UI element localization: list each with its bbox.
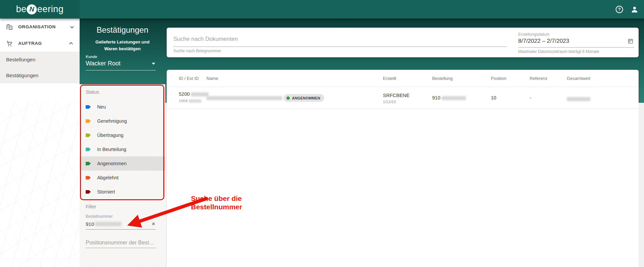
filter-column: Bestätigungen Gelieferte Leistungen und …: [80, 19, 165, 267]
page-title: Bestätigungen: [80, 25, 165, 35]
row-referenz: -: [530, 95, 531, 100]
page-subtitle: Gelieferte Leistungen und Waren bestätig…: [92, 39, 152, 52]
app-root: beNeering ? ORGANISATION AUFTR: [0, 0, 644, 267]
app-bar: beNeering ?: [0, 0, 644, 19]
row-erstellt-system: SRFCBENE: [383, 93, 410, 98]
status-item-abgelehnt[interactable]: Abgelehnt: [80, 171, 165, 185]
column-header-name: Name: [206, 70, 218, 87]
status-section-title: Status: [86, 89, 165, 95]
status-label: Übertragung: [97, 132, 123, 138]
status-list: Neu Genehmigung Übertragung In Beurteilu…: [80, 100, 165, 199]
column-header-id: ID / Ext ID: [179, 70, 199, 87]
help-icon[interactable]: ?: [616, 6, 623, 13]
sidebar: ORGANISATION AUFTRAG Bestellungen Bestät…: [0, 19, 80, 267]
logo-text-left: be: [16, 4, 26, 14]
results-table: ID / Ext ID Name Erstellt Bestellung Pos…: [167, 70, 639, 267]
scrollbar-track[interactable]: [639, 103, 644, 267]
date-range-label: Erstellungsdatum: [518, 32, 634, 37]
status-label: Abgelehnt: [97, 175, 118, 180]
bestellnummer-label: Bestellnummer: [86, 214, 156, 219]
status-filter-panel: Status Neu Genehmigung Übertragung In Be…: [80, 84, 165, 267]
row-erstellt-date: 1/12/23: [383, 100, 410, 104]
page-title-block: Bestätigungen Gelieferte Leistungen und …: [80, 19, 165, 52]
redacted-value: [567, 97, 590, 101]
table-header-row: ID / Ext ID Name Erstellt Bestellung Pos…: [167, 70, 639, 87]
status-item-angenommen[interactable]: Angenommen: [80, 156, 165, 171]
redacted-value: [95, 222, 121, 226]
sidebar-item-bestaetigungen[interactable]: Bestätigungen: [0, 67, 80, 83]
search-card: Suche nach Belegnummer Erstellungsdatum …: [167, 28, 639, 57]
cart-icon: [6, 40, 13, 47]
row-ext-id: 1004: [179, 99, 208, 103]
sidebar-submenu: Bestellungen Bestätigungen: [0, 52, 80, 83]
row-id: 5200: [179, 91, 208, 97]
logo-n-icon: N: [27, 4, 37, 14]
positionsnummer-input[interactable]: [86, 240, 156, 246]
sidebar-item-label: ORGANISATION: [18, 24, 70, 29]
status-item-in-beurteilung[interactable]: In Beurteilung: [80, 142, 165, 156]
date-range-helper-text: Maximaler Datumszeitraum beträgt 6 Monat…: [518, 49, 634, 54]
table-row[interactable]: 5200 1004 ANGENOMMEN SRFCBENE 1/12/23 91…: [167, 87, 639, 109]
chevron-down-icon: [70, 24, 74, 28]
organization-icon: [6, 24, 13, 30]
status-badge-label: ANGENOMMEN: [292, 96, 320, 100]
filter-section-title: Filter: [86, 204, 165, 209]
redacted-name: [206, 96, 282, 100]
date-range-field: Erstellungsdatum 8/7/2022 – 2/7/2023 Max…: [518, 28, 634, 54]
status-tag-icon: [86, 105, 91, 109]
status-item-neu[interactable]: Neu: [80, 100, 165, 114]
logo-text-right: eering: [37, 4, 63, 14]
status-tag-icon: [86, 190, 91, 194]
dropdown-caret-icon: [152, 63, 155, 65]
status-item-genehmigung[interactable]: Genehmigung: [80, 114, 165, 128]
bestellnummer-value: 910: [86, 221, 94, 227]
positionsnummer-field: [86, 240, 156, 248]
sidebar-item-organisation[interactable]: ORGANISATION: [0, 19, 80, 35]
column-header-referenz: Referenz: [530, 70, 548, 87]
logo-block: beNeering: [0, 0, 80, 19]
date-range-input[interactable]: 8/7/2022 – 2/7/2023: [518, 37, 634, 48]
column-header-gesamtwert: Gesamtwert: [567, 70, 590, 87]
status-tag-icon: [86, 134, 91, 137]
status-tag-icon: [86, 119, 91, 123]
beneering-logo: beNeering: [16, 4, 63, 14]
bestellnummer-input[interactable]: 910 ×: [86, 219, 156, 230]
status-label: In Beurteilung: [97, 147, 126, 152]
status-label: Genehmigung: [97, 118, 127, 124]
status-item-uebertragung[interactable]: Übertragung: [80, 128, 165, 142]
sidebar-item-bestellungen[interactable]: Bestellungen: [0, 52, 80, 67]
bestellnummer-field: Bestellnummer 910 ×: [86, 214, 156, 230]
status-dot-icon: [286, 96, 290, 100]
document-search: Suche nach Belegnummer: [173, 28, 507, 53]
status-label: Angenommen: [97, 161, 127, 166]
column-header-position: Position: [491, 70, 506, 87]
building-watermark: [0, 101, 80, 267]
column-header-bestellung: Bestellung: [432, 70, 453, 87]
app-bar-actions: ?: [616, 0, 639, 19]
status-label: Neu: [97, 104, 106, 110]
kunde-label: Kunde: [86, 55, 156, 59]
row-bestellung: 910: [432, 95, 466, 100]
sidebar-item-auftrag[interactable]: AUFTRAG: [0, 35, 80, 52]
column-header-erstellt: Erstellt: [383, 70, 396, 87]
calendar-icon[interactable]: [627, 38, 634, 44]
status-tag-icon: [86, 148, 91, 151]
row-position: 10: [491, 95, 496, 100]
status-item-storniert[interactable]: Storniert: [80, 185, 165, 199]
user-icon[interactable]: [631, 5, 639, 13]
status-badge: ANGENOMMEN: [284, 94, 324, 102]
redacted-value: [191, 92, 208, 96]
clear-icon[interactable]: ×: [151, 221, 155, 227]
search-helper-text: Suche nach Belegnummer: [173, 49, 507, 53]
status-tag-icon: [86, 176, 91, 180]
kunde-value: Wacker Root: [86, 60, 120, 67]
status-label: Storniert: [97, 189, 115, 195]
search-input[interactable]: [173, 36, 507, 47]
redacted-value: [442, 96, 466, 100]
redacted-value: [189, 99, 201, 102]
kunde-select[interactable]: Kunde Wacker Root: [86, 55, 156, 70]
sidebar-item-label: AUFTRAG: [18, 41, 70, 46]
status-tag-icon: [86, 162, 91, 166]
date-range-value: 8/7/2022 – 2/7/2023: [518, 38, 569, 44]
